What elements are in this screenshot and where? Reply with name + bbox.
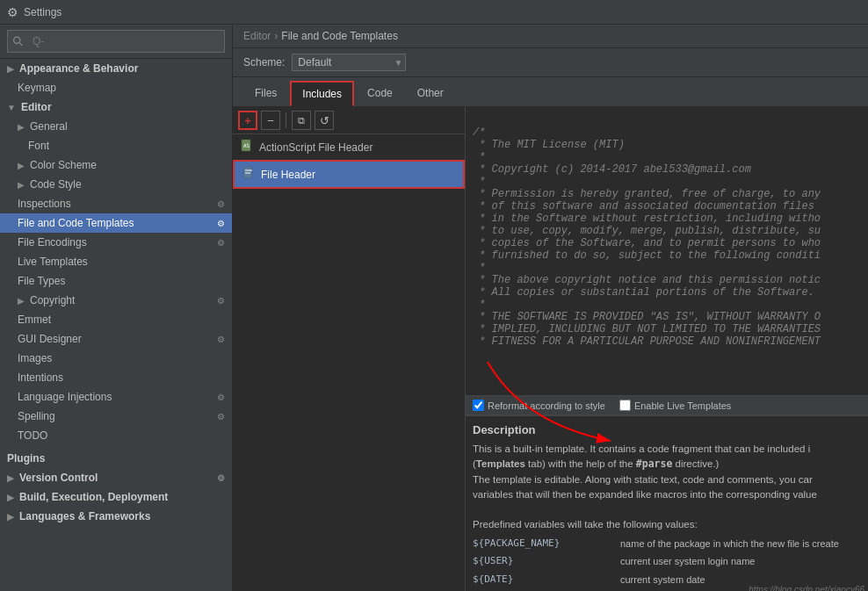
template-item-actionscript[interactable]: AS ActionScript File Header <box>233 134 465 160</box>
search-input[interactable] <box>27 32 220 50</box>
expand-arrow-general: ▶ <box>18 122 25 132</box>
code-line-9: * to use, copy, modify, merge, publish, … <box>473 225 821 237</box>
sidebar-item-spelling[interactable]: Spelling ⚙ <box>0 407 232 426</box>
code-line-18: * FITNESS FOR A PARTICULAR PURPOSE AND N… <box>473 335 821 348</box>
copy-button[interactable]: ⧉ <box>292 111 311 130</box>
sidebar-item-label-file-templates: File and Code Templates <box>18 217 134 229</box>
expand-arrow-code-style: ▶ <box>18 180 25 190</box>
var-desc-date: current system date <box>620 573 705 587</box>
file-encodings-icon: ⚙ <box>217 238 225 248</box>
breadcrumb-parent: Editor <box>243 30 271 42</box>
content-area: Editor › File and Code Templates Scheme:… <box>233 25 868 591</box>
tab-includes[interactable]: Includes <box>290 81 354 106</box>
reset-button[interactable]: ↺ <box>315 111 334 130</box>
sidebar-item-general[interactable]: ▶ General <box>0 117 232 136</box>
sidebar-item-label-code-style: Code Style <box>30 178 82 191</box>
template-panel: + − ⧉ ↺ AS <box>233 107 466 591</box>
sidebar-item-label-editor: Editor <box>21 101 52 113</box>
sidebar-item-plugins[interactable]: Plugins <box>0 449 232 468</box>
sidebar-item-label-file-encodings: File Encodings <box>18 236 87 249</box>
sidebar-item-languages[interactable]: ▶ Languages & Frameworks <box>0 507 232 526</box>
sidebar-item-editor[interactable]: ▼ Editor <box>0 97 232 117</box>
add-button[interactable]: + <box>238 111 257 130</box>
expand-arrow-languages: ▶ <box>7 512 14 522</box>
sidebar-item-label-plugins: Plugins <box>7 452 45 465</box>
sidebar-item-build[interactable]: ▶ Build, Execution, Deployment <box>0 487 232 507</box>
live-templates-checkbox[interactable] <box>619 400 631 411</box>
editor-panel: /* * The MIT License (MIT) * * Copyright… <box>466 107 868 591</box>
desc-text1: This is a built-in template. It contains… <box>473 443 810 454</box>
reformat-checkbox-wrap[interactable]: Reformat according to style <box>473 400 605 411</box>
sidebar-item-copyright[interactable]: ▶ Copyright ⚙ <box>0 291 232 310</box>
code-editor[interactable]: /* * The MIT License (MIT) * * Copyright… <box>466 107 868 396</box>
sidebar-item-label-todo: TODO <box>18 429 47 442</box>
sidebar-item-label-languages: Languages & Frameworks <box>19 510 150 523</box>
breadcrumb-separator: › <box>274 30 278 42</box>
sidebar-item-language-injections[interactable]: Language Injections ⚙ <box>0 387 232 407</box>
sidebar-item-file-types[interactable]: File Types <box>0 271 232 291</box>
scheme-select-wrap[interactable]: Default Project ▼ <box>292 54 406 71</box>
description-panel: Description This is a built-in template.… <box>466 415 868 591</box>
code-line-4: * Copyright (c) 2014-2017 abel533@gmail.… <box>473 163 751 176</box>
sidebar-item-label-language-injections: Language Injections <box>18 391 112 403</box>
code-line-13: * The above copyright notice and this pe… <box>473 274 821 286</box>
sidebar-item-appearance[interactable]: ▶ Appearance & Behavior <box>0 59 232 78</box>
remove-button[interactable]: − <box>261 111 280 130</box>
watermark: https://blog.csdn.net/xiaocy66 <box>749 585 864 591</box>
code-line-16: * THE SOFTWARE IS PROVIDED "AS IS", WITH… <box>473 311 821 323</box>
sidebar-item-images[interactable]: Images <box>0 349 232 368</box>
sidebar-item-live-templates[interactable]: Live Templates <box>0 252 232 271</box>
svg-line-1 <box>19 43 22 46</box>
live-templates-label: Enable Live Templates <box>634 400 731 411</box>
tab-other[interactable]: Other <box>406 81 455 106</box>
sidebar-item-color-scheme[interactable]: ▶ Color Scheme <box>0 155 232 175</box>
sidebar-item-keymap[interactable]: Keymap <box>0 78 232 97</box>
sidebar-item-gui-designer[interactable]: GUI Designer ⚙ <box>0 329 232 349</box>
sidebar-item-label-keymap: Keymap <box>18 82 56 94</box>
code-line-8: * in the Software without restriction, i… <box>473 213 821 225</box>
desc-text8: Predefined variables will take the follo… <box>473 519 698 530</box>
search-icon <box>12 35 24 47</box>
sidebar-item-emmet[interactable]: Emmet <box>0 310 232 329</box>
template-item-fileheader[interactable]: File Header <box>233 160 465 189</box>
svg-text:AS: AS <box>243 142 250 148</box>
sidebar-item-label-emmet: Emmet <box>18 314 51 326</box>
svg-point-0 <box>14 37 20 43</box>
code-line-15: * <box>473 299 485 311</box>
tab-code[interactable]: Code <box>356 81 404 106</box>
tab-other-label: Other <box>417 87 444 99</box>
sidebar-item-code-style[interactable]: ▶ Code Style <box>0 175 232 194</box>
reformat-checkbox[interactable] <box>473 400 484 411</box>
sidebar-item-todo[interactable]: TODO <box>0 426 232 445</box>
search-input-wrap[interactable] <box>7 30 225 53</box>
inspections-icon: ⚙ <box>217 199 225 209</box>
scheme-select[interactable]: Default Project <box>292 54 406 71</box>
live-templates-checkbox-wrap[interactable]: Enable Live Templates <box>619 400 731 411</box>
sidebar-item-version-control[interactable]: ▶ Version Control ⚙ <box>0 468 232 487</box>
code-line-7: * of this software and associated docume… <box>473 200 814 213</box>
panels-wrapper: + − ⧉ ↺ AS <box>233 107 868 591</box>
sidebar-item-file-encodings[interactable]: File Encodings ⚙ <box>0 233 232 252</box>
scheme-row: Scheme: Default Project ▼ <box>233 48 868 77</box>
sidebar-item-font[interactable]: Font <box>0 136 232 155</box>
sidebar-item-intentions[interactable]: Intentions <box>0 368 232 387</box>
actionscript-template-label: ActionScript File Header <box>259 141 373 154</box>
sidebar-item-label-general: General <box>30 120 68 133</box>
sidebar-item-label-file-types: File Types <box>18 275 65 287</box>
sidebar-item-file-and-code-templates[interactable]: File and Code Templates ⚙ <box>0 213 232 233</box>
fileheader-template-label: File Header <box>261 169 315 181</box>
search-bar <box>0 25 232 59</box>
settings-icon: ⚙ <box>7 5 18 19</box>
gui-designer-icon: ⚙ <box>217 335 225 344</box>
desc-text5: directive. <box>672 458 715 469</box>
sidebar-item-inspections[interactable]: Inspections ⚙ <box>0 194 232 213</box>
sidebar-item-label-inspections: Inspections <box>18 198 71 210</box>
tab-files[interactable]: Files <box>243 81 288 106</box>
sidebar-item-label-font: Font <box>28 140 49 152</box>
var-desc-package: name of the package in which the new fil… <box>620 537 839 551</box>
desc-text7: variables that will then be expanded lik… <box>473 489 817 500</box>
toolbar: + − ⧉ ↺ <box>233 107 465 134</box>
var-row-package: ${PACKAGE_NAME} name of the package in w… <box>473 537 861 551</box>
sidebar-item-label-intentions: Intentions <box>18 371 63 384</box>
expand-arrow-appearance: ▶ <box>7 64 14 74</box>
